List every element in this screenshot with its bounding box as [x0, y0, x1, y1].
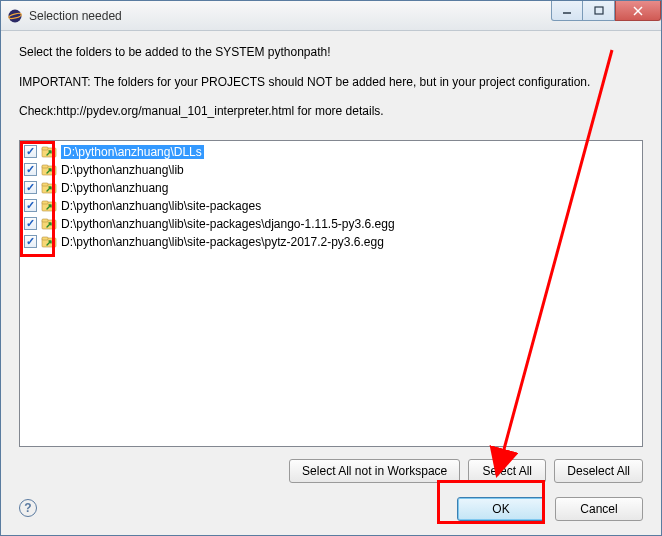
list-item[interactable]: ✓D:\python\anzhuang\lib\site-packages\py… [22, 233, 640, 251]
maximize-button[interactable] [583, 1, 615, 21]
deselect-all-button[interactable]: Deselect All [554, 459, 643, 483]
svg-rect-7 [42, 147, 48, 150]
checkbox[interactable]: ✓ [24, 199, 37, 212]
svg-rect-9 [42, 165, 48, 168]
ok-button[interactable]: OK [457, 497, 545, 521]
help-icon[interactable]: ? [19, 499, 37, 517]
svg-rect-13 [42, 201, 48, 204]
svg-rect-17 [42, 237, 48, 240]
svg-rect-3 [595, 7, 603, 14]
checkbox[interactable]: ✓ [24, 235, 37, 248]
dialog-content: Select the folders to be added to the SY… [1, 31, 661, 535]
folder-path-label: D:\python\anzhuang\lib [61, 163, 184, 177]
list-item[interactable]: ✓D:\python\anzhuang [22, 179, 640, 197]
checkbox[interactable]: ✓ [24, 181, 37, 194]
folder-system-icon [41, 180, 57, 196]
folder-path-label: D:\python\anzhuang\lib\site-packages\dja… [61, 217, 395, 231]
intro-line-3: Check:http://pydev.org/manual_101_interp… [19, 104, 643, 120]
list-item[interactable]: ✓D:\python\anzhuang\DLLs [22, 143, 640, 161]
folder-path-label: D:\python\anzhuang\DLLs [61, 145, 204, 159]
titlebar: Selection needed [1, 1, 661, 31]
select-all-not-in-workspace-button[interactable]: Select All not in Workspace [289, 459, 460, 483]
checkbox[interactable]: ✓ [24, 145, 37, 158]
cancel-button[interactable]: Cancel [555, 497, 643, 521]
svg-line-5 [634, 7, 642, 15]
dialog-button-row: OK Cancel [19, 497, 643, 521]
list-item[interactable]: ✓D:\python\anzhuang\lib\site-packages [22, 197, 640, 215]
eclipse-icon [7, 8, 23, 24]
minimize-button[interactable] [551, 1, 583, 21]
checkbox[interactable]: ✓ [24, 163, 37, 176]
selection-button-row: Select All not in Workspace Select All D… [19, 459, 643, 483]
folder-path-label: D:\python\anzhuang\lib\site-packages [61, 199, 261, 213]
intro-line-1: Select the folders to be added to the SY… [19, 45, 643, 61]
folder-system-icon [41, 144, 57, 160]
svg-rect-11 [42, 183, 48, 186]
list-item[interactable]: ✓D:\python\anzhuang\lib\site-packages\dj… [22, 215, 640, 233]
folder-system-icon [41, 198, 57, 214]
window-title: Selection needed [29, 9, 122, 23]
list-item[interactable]: ✓D:\python\anzhuang\lib [22, 161, 640, 179]
folder-path-label: D:\python\anzhuang\lib\site-packages\pyt… [61, 235, 384, 249]
checkbox[interactable]: ✓ [24, 217, 37, 230]
folder-system-icon [41, 234, 57, 250]
intro-text: Select the folders to be added to the SY… [19, 45, 643, 126]
folder-system-icon [41, 216, 57, 232]
svg-rect-15 [42, 219, 48, 222]
intro-line-2: IMPORTANT: The folders for your PROJECTS… [19, 75, 643, 91]
window-controls [551, 1, 661, 21]
dialog-window: Selection needed Select the folders to b… [0, 0, 662, 536]
folder-path-label: D:\python\anzhuang [61, 181, 168, 195]
folder-system-icon [41, 162, 57, 178]
select-all-button[interactable]: Select All [468, 459, 546, 483]
svg-line-4 [634, 7, 642, 15]
close-button[interactable] [615, 1, 661, 21]
folder-list[interactable]: ✓D:\python\anzhuang\DLLs✓D:\python\anzhu… [19, 140, 643, 447]
